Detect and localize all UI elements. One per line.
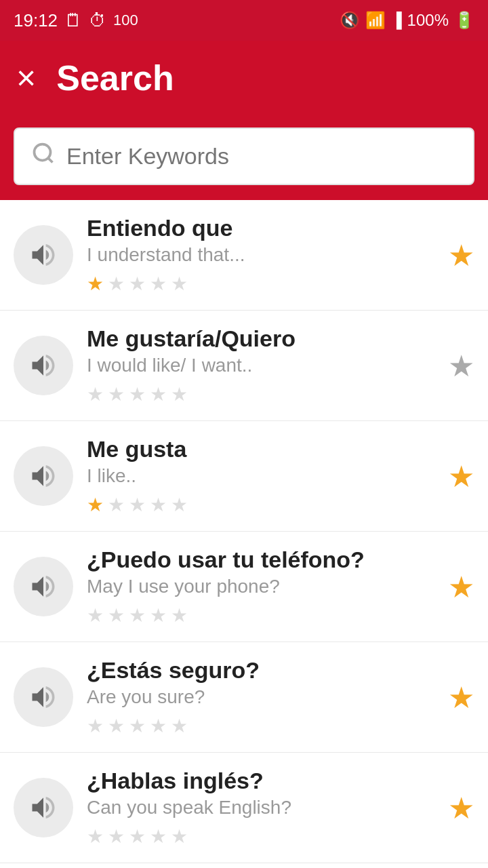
star-5[interactable]: ★: [171, 273, 188, 295]
item-content: ¿Hablas inglés? Can you speak English? ★…: [87, 768, 434, 848]
star-3[interactable]: ★: [129, 715, 146, 737]
star-4[interactable]: ★: [150, 715, 167, 737]
star-4[interactable]: ★: [150, 494, 167, 516]
signal-icon: ▐: [391, 12, 402, 29]
list-item: ¿Estás seguro? Are you sure? ★★★★★ ★: [0, 642, 488, 753]
sound-button[interactable]: [14, 336, 73, 395]
search-box: [14, 127, 474, 185]
star-1[interactable]: ★: [87, 383, 104, 406]
star-4[interactable]: ★: [150, 273, 167, 295]
search-container: [0, 115, 488, 200]
header: × Search: [0, 41, 488, 115]
star-rating[interactable]: ★★★★★: [87, 825, 434, 848]
star-rating[interactable]: ★★★★★: [87, 273, 434, 295]
item-spanish-text: Me gustaría/Quiero: [87, 326, 434, 352]
star-1[interactable]: ★: [87, 825, 104, 848]
favorite-button[interactable]: ★: [448, 570, 474, 604]
star-3[interactable]: ★: [129, 825, 146, 848]
item-content: Me gusta I like.. ★★★★★: [87, 436, 434, 516]
sound-button[interactable]: [14, 778, 73, 837]
favorite-button[interactable]: ★: [448, 791, 474, 825]
item-english-text: I like..: [87, 465, 434, 487]
status-left: 19:12 🗒 ⏱ 100: [14, 10, 138, 31]
search-input[interactable]: [66, 143, 457, 170]
list-item: Entiendo que I understand that... ★★★★★ …: [0, 200, 488, 311]
item-spanish-text: Entiendo que: [87, 215, 434, 241]
list-item: ¿Hablas inglés? Can you speak English? ★…: [0, 753, 488, 863]
status-right: 🔇 📶 ▐ 100% 🔋: [340, 11, 474, 30]
timer-icon: ⏱: [89, 10, 106, 31]
status-bar: 19:12 🗒 ⏱ 100 🔇 📶 ▐ 100% 🔋: [0, 0, 488, 41]
item-content: ¿Puedo usar tu teléfono? May I use your …: [87, 547, 434, 627]
star-2[interactable]: ★: [108, 825, 125, 848]
svg-line-1: [48, 158, 53, 163]
star-4[interactable]: ★: [150, 604, 167, 627]
star-4[interactable]: ★: [150, 383, 167, 406]
item-content: Me gustaría/Quiero I would like/ I want.…: [87, 326, 434, 406]
star-2[interactable]: ★: [108, 715, 125, 737]
star-2[interactable]: ★: [108, 604, 125, 627]
battery-icon: 🔋: [454, 11, 474, 30]
star-4[interactable]: ★: [150, 825, 167, 848]
item-spanish-text: ¿Puedo usar tu teléfono?: [87, 547, 434, 573]
clipboard-icon: 🗒: [64, 10, 82, 31]
item-spanish-text: ¿Hablas inglés?: [87, 768, 434, 794]
star-rating[interactable]: ★★★★★: [87, 494, 434, 516]
star-5[interactable]: ★: [171, 715, 188, 737]
star-rating[interactable]: ★★★★★: [87, 604, 434, 627]
star-5[interactable]: ★: [171, 604, 188, 627]
item-english-text: Can you speak English?: [87, 797, 434, 818]
status-time: 19:12: [14, 10, 58, 31]
wifi-icon: 📶: [365, 11, 386, 30]
list-item: ¿Puedo usar tu teléfono? May I use your …: [0, 532, 488, 642]
star-1[interactable]: ★: [87, 273, 104, 295]
sound-button[interactable]: [14, 557, 73, 616]
star-5[interactable]: ★: [171, 494, 188, 516]
item-english-text: May I use your phone?: [87, 576, 434, 597]
item-spanish-text: Me gusta: [87, 436, 434, 462]
star-3[interactable]: ★: [129, 604, 146, 627]
sound-button[interactable]: [14, 446, 73, 506]
star-3[interactable]: ★: [129, 273, 146, 295]
search-icon: [31, 141, 56, 172]
favorite-button[interactable]: ★: [448, 238, 474, 273]
list-item: Me gustaría/Quiero I would like/ I want.…: [0, 311, 488, 421]
star-2[interactable]: ★: [108, 273, 125, 295]
star-rating[interactable]: ★★★★★: [87, 715, 434, 737]
list-item: Me gusta I like.. ★★★★★ ★: [0, 421, 488, 532]
star-2[interactable]: ★: [108, 383, 125, 406]
star-3[interactable]: ★: [129, 494, 146, 516]
phrase-list: Entiendo que I understand that... ★★★★★ …: [0, 200, 488, 868]
star-rating[interactable]: ★★★★★: [87, 383, 434, 406]
star-1[interactable]: ★: [87, 715, 104, 737]
battery-app-icon: 100: [113, 12, 138, 29]
favorite-button[interactable]: ★: [448, 459, 474, 494]
close-button[interactable]: ×: [16, 61, 36, 95]
star-5[interactable]: ★: [171, 825, 188, 848]
favorite-button[interactable]: ★: [448, 349, 474, 383]
item-english-text: I understand that...: [87, 244, 434, 266]
item-content: Entiendo que I understand that... ★★★★★: [87, 215, 434, 295]
star-1[interactable]: ★: [87, 494, 104, 516]
star-5[interactable]: ★: [171, 383, 188, 406]
favorite-button[interactable]: ★: [448, 680, 474, 715]
sound-button[interactable]: [14, 225, 73, 285]
list-item: ¿Qué significa esto? ★★★★★: [0, 863, 488, 868]
star-1[interactable]: ★: [87, 604, 104, 627]
sound-button[interactable]: [14, 667, 73, 727]
mute-icon: 🔇: [340, 11, 360, 30]
item-english-text: I would like/ I want..: [87, 355, 434, 376]
page-title: Search: [56, 58, 174, 98]
star-2[interactable]: ★: [108, 494, 125, 516]
battery-text: 100%: [407, 11, 449, 30]
item-content: ¿Estás seguro? Are you sure? ★★★★★: [87, 657, 434, 737]
svg-point-0: [35, 144, 51, 161]
item-english-text: Are you sure?: [87, 686, 434, 708]
star-3[interactable]: ★: [129, 383, 146, 406]
item-spanish-text: ¿Estás seguro?: [87, 657, 434, 684]
